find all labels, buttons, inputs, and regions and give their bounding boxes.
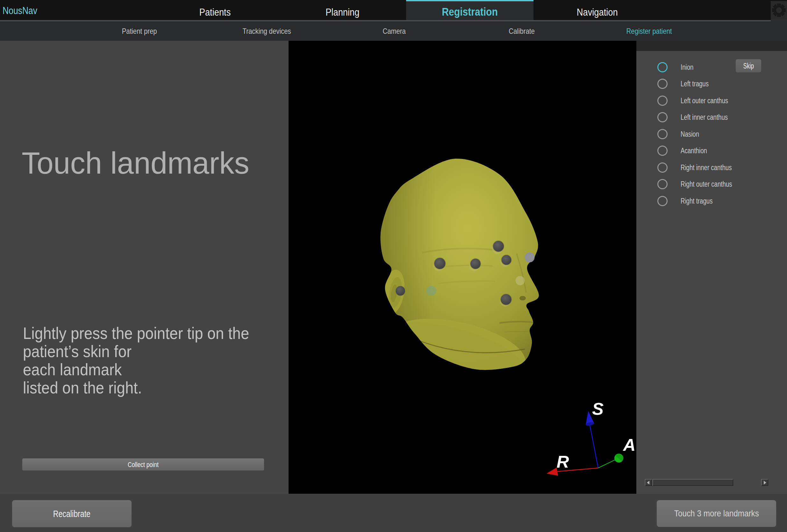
svg-text:R: R — [557, 452, 569, 471]
svg-text:S: S — [592, 399, 603, 418]
svg-text:A: A — [623, 435, 636, 454]
